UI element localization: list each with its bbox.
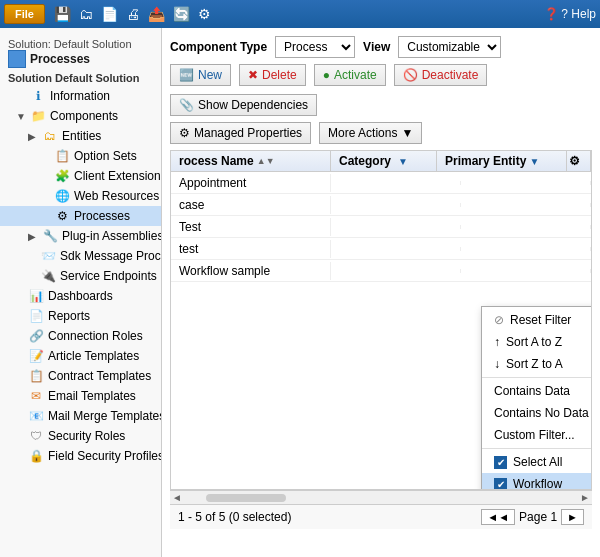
table-row[interactable]: Workflow sample <box>171 260 591 282</box>
solution-icon <box>8 50 26 68</box>
security-icon: 🛡 <box>28 428 44 444</box>
workflow-checkbox[interactable]: ✔ <box>494 478 507 491</box>
filter-custom[interactable]: Custom Filter... <box>482 424 592 446</box>
filter-reset[interactable]: ⊘ Reset Filter <box>482 309 592 331</box>
send-icon[interactable]: 📤 <box>145 4 168 24</box>
activate-button[interactable]: ● Activate <box>314 64 386 86</box>
first-page-button[interactable]: ◄◄ <box>481 509 515 525</box>
filter-sort-az[interactable]: ↑ Sort A to Z <box>482 331 592 353</box>
sidebar-item-field-security[interactable]: 🔒 Field Security Profiles <box>0 446 161 466</box>
deactivate-button[interactable]: 🚫 Deactivate <box>394 64 488 86</box>
sidebar-item-security-roles[interactable]: 🛡 Security Roles <box>0 426 161 446</box>
pagination: 1 - 5 of 5 (0 selected) ◄◄ Page 1 ► <box>170 504 592 529</box>
file-button[interactable]: File <box>4 4 45 24</box>
grid-settings-icon[interactable]: ⚙ <box>569 154 580 168</box>
sidebar-item-information[interactable]: ℹ Information <box>0 86 161 106</box>
col-header-entity[interactable]: Primary Entity ▼ <box>437 151 567 171</box>
page-nav: ◄◄ Page 1 ► <box>481 509 584 525</box>
scroll-left-arrow[interactable]: ◄ <box>172 492 182 503</box>
filter-select-all[interactable]: ✔ Select All <box>482 451 592 473</box>
processes-icon: ⚙ <box>54 208 70 224</box>
expand-arrow: ▶ <box>28 131 38 142</box>
help-question-icon: ❓ <box>544 7 559 21</box>
select-all-checkbox[interactable]: ✔ <box>494 456 507 469</box>
grid-header: rocess Name ▲▼ Category ▼ Primary Entity… <box>171 151 591 172</box>
expand-arrow: ▼ <box>16 111 26 122</box>
entities-icon: 🗂 <box>42 128 58 144</box>
sidebar-item-article-templates[interactable]: 📝 Article Templates <box>0 346 161 366</box>
sidebar: Solution: Default Solution Processes Sol… <box>0 28 162 557</box>
col-header-category[interactable]: Category ▼ <box>331 151 437 171</box>
sidebar-item-mail-merge[interactable]: 📧 Mail Merge Templates <box>0 406 161 426</box>
more-actions-button[interactable]: More Actions ▼ <box>319 122 422 144</box>
dependencies-icon: 📎 <box>179 98 194 112</box>
save-icon[interactable]: 💾 <box>51 4 74 24</box>
toolbar-row3: ⚙ Managed Properties More Actions ▼ <box>170 122 592 144</box>
sidebar-item-service-endpoints[interactable]: 🔌 Service Endpoints <box>0 266 161 286</box>
more-actions-arrow: ▼ <box>401 126 413 140</box>
sidebar-item-components[interactable]: ▼ 📁 Components <box>0 106 161 126</box>
email-icon: ✉ <box>28 388 44 404</box>
reports-icon: 📄 <box>28 308 44 324</box>
sidebar-item-plugin-assemblies[interactable]: ▶ 🔧 Plug-in Assemblies <box>0 226 161 246</box>
sidebar-item-connection-roles[interactable]: 🔗 Connection Roles <box>0 326 161 346</box>
horizontal-scrollbar[interactable]: ◄ ► <box>170 490 592 504</box>
sidebar-item-processes[interactable]: ⚙ Processes <box>0 206 161 226</box>
web-resources-icon: 🌐 <box>54 188 70 204</box>
help-button[interactable]: ❓ ? Help <box>544 7 596 21</box>
table-row[interactable]: Appointment <box>171 172 591 194</box>
table-row[interactable]: test <box>171 238 591 260</box>
sidebar-item-web-resources[interactable]: 🌐 Web Resources <box>0 186 161 206</box>
scroll-thumb[interactable] <box>206 494 286 502</box>
next-page-button[interactable]: ► <box>561 509 584 525</box>
components-icon: 📁 <box>30 108 46 124</box>
filter-contains-data[interactable]: Contains Data <box>482 380 592 402</box>
toolbar-row2: 🆕 New ✖ Delete ● Activate 🚫 Deactivate 📎… <box>170 64 592 116</box>
filter-separator <box>482 377 592 378</box>
entity-filter-icon[interactable]: ▼ <box>529 156 539 167</box>
component-type-select[interactable]: Process <box>275 36 355 58</box>
top-bar: File 💾 🗂 📄 🖨 📤 🔄 ⚙ ❓ ? Help <box>0 0 600 28</box>
expand-arrow: ▶ <box>28 231 38 242</box>
view-select[interactable]: Customizable <box>398 36 501 58</box>
sidebar-section-header: Solution Default Solution <box>0 70 161 86</box>
category-filter-icon[interactable]: ▼ <box>398 156 408 167</box>
toolbar-icons: 💾 🗂 📄 🖨 📤 🔄 ⚙ <box>51 4 214 24</box>
table-row[interactable]: Test <box>171 216 591 238</box>
filter-menu: ⊘ Reset Filter ↑ Sort A to Z ↓ Sort Z to… <box>482 307 592 490</box>
table-row[interactable]: case <box>171 194 591 216</box>
name-sort-icon: ▲▼ <box>257 156 275 166</box>
show-dependencies-button[interactable]: 📎 Show Dependencies <box>170 94 317 116</box>
mail-merge-icon: 📧 <box>28 408 44 424</box>
sidebar-item-option-sets[interactable]: 📋 Option Sets <box>0 146 161 166</box>
col-settings[interactable]: ⚙ <box>567 151 591 171</box>
article-icon: 📝 <box>28 348 44 364</box>
main-area: Solution: Default Solution Processes Sol… <box>0 28 600 557</box>
refresh-icon[interactable]: 🔄 <box>170 4 193 24</box>
save-close-icon[interactable]: 🗂 <box>76 4 96 24</box>
print-icon[interactable]: 🖨 <box>123 4 143 24</box>
sidebar-item-sdk-message[interactable]: 📨 Sdk Message Processing S... <box>0 246 161 266</box>
sidebar-item-dashboards[interactable]: 📊 Dashboards <box>0 286 161 306</box>
sidebar-item-client-extensions[interactable]: 🧩 Client Extensions <box>0 166 161 186</box>
sidebar-item-contract-templates[interactable]: 📋 Contract Templates <box>0 366 161 386</box>
sidebar-item-email-templates[interactable]: ✉ Email Templates <box>0 386 161 406</box>
col-header-name[interactable]: rocess Name ▲▼ <box>171 151 331 171</box>
new-icon[interactable]: 📄 <box>98 4 121 24</box>
option-sets-icon: 📋 <box>54 148 70 164</box>
deactivate-icon: 🚫 <box>403 68 418 82</box>
sidebar-item-entities[interactable]: ▶ 🗂 Entities <box>0 126 161 146</box>
delete-button[interactable]: ✖ Delete <box>239 64 306 86</box>
filter-workflow[interactable]: ✔ Workflow <box>482 473 592 490</box>
new-button[interactable]: 🆕 New <box>170 64 231 86</box>
sidebar-item-reports[interactable]: 📄 Reports <box>0 306 161 326</box>
endpoints-icon: 🔌 <box>40 268 56 284</box>
solution-header: Solution: Default Solution Processes <box>0 32 161 70</box>
filter-contains-no-data[interactable]: Contains No Data <box>482 402 592 424</box>
scroll-right-arrow[interactable]: ► <box>580 492 590 503</box>
managed-properties-button[interactable]: ⚙ Managed Properties <box>170 122 311 144</box>
contract-icon: 📋 <box>28 368 44 384</box>
settings-icon[interactable]: ⚙ <box>195 4 214 24</box>
plugin-icon: 🔧 <box>42 228 58 244</box>
filter-sort-za[interactable]: ↓ Sort Z to A <box>482 353 592 375</box>
